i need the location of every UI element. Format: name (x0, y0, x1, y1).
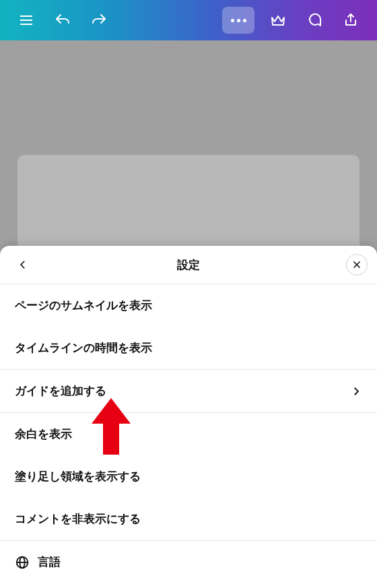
setting-label: 塗り足し領域を表示する (15, 469, 141, 484)
setting-language[interactable]: 言語 (0, 541, 377, 583)
setting-add-guides[interactable]: ガイドを追加する (0, 370, 377, 412)
sheet-header: 設定 (0, 246, 377, 284)
settings-group: ページのサムネイルを表示 タイムラインの時間を表示 (0, 284, 377, 369)
close-button[interactable] (346, 254, 368, 275)
share-button[interactable] (333, 5, 369, 35)
comment-button[interactable] (296, 5, 333, 35)
top-toolbar (0, 0, 377, 40)
settings-sheet: 設定 ページのサムネイルを表示 タイムラインの時間を表示 ガイドを追加する 余 (0, 246, 377, 588)
close-icon (351, 259, 363, 271)
settings-group: 言語 (0, 540, 377, 583)
chevron-right-icon (350, 385, 362, 397)
redo-button[interactable] (81, 5, 117, 35)
setting-label: 言語 (38, 554, 61, 570)
setting-label: タイムラインの時間を表示 (15, 340, 152, 356)
toolbar-right (222, 5, 369, 35)
undo-button[interactable] (44, 5, 81, 35)
back-button[interactable] (8, 246, 38, 284)
globe-icon (15, 555, 30, 570)
more-icon (231, 19, 246, 22)
chevron-left-icon (17, 259, 29, 271)
settings-group: 余白を表示 塗り足し領域を表示する コメントを非表示にする (0, 412, 377, 540)
toolbar-left (8, 5, 117, 35)
setting-show-timeline-time[interactable]: タイムラインの時間を表示 (0, 327, 377, 369)
menu-button[interactable] (8, 5, 44, 35)
more-options-button[interactable] (222, 7, 254, 34)
setting-label: ガイドを追加する (15, 383, 106, 399)
setting-show-page-thumbnails[interactable]: ページのサムネイルを表示 (0, 284, 377, 327)
premium-button[interactable] (260, 5, 296, 35)
setting-label: コメントを非表示にする (15, 511, 141, 527)
app-screen: 設定 ページのサムネイルを表示 タイムラインの時間を表示 ガイドを追加する 余 (0, 0, 377, 588)
setting-hide-comments[interactable]: コメントを非表示にする (0, 498, 377, 540)
hamburger-icon (18, 12, 34, 28)
setting-show-margins[interactable]: 余白を表示 (0, 413, 377, 455)
setting-label: 余白を表示 (15, 426, 72, 442)
crown-icon (270, 12, 286, 28)
setting-show-bleed[interactable]: 塗り足し領域を表示する (0, 455, 377, 498)
sheet-title: 設定 (177, 257, 200, 273)
undo-icon (55, 12, 71, 28)
setting-label: ページのサムネイルを表示 (15, 298, 152, 313)
share-icon (343, 12, 359, 28)
redo-icon (91, 12, 107, 28)
speech-bubble-icon (306, 12, 322, 28)
settings-group: ガイドを追加する (0, 369, 377, 412)
